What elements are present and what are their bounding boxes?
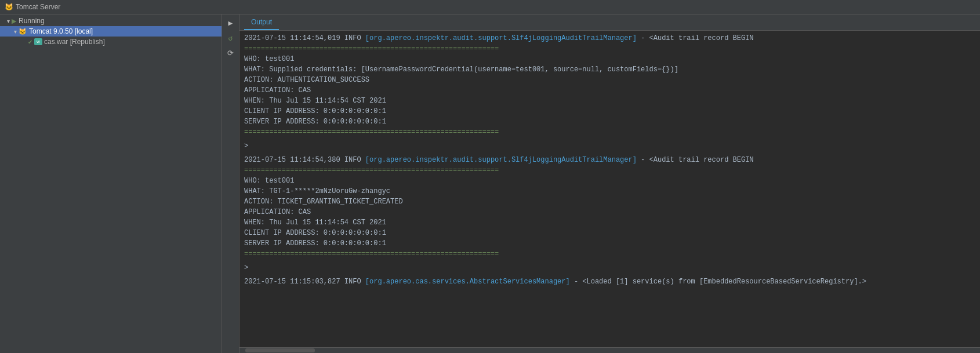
main-layout: ▾ ▶ Running ▾ 🐱 Tomcat 9.0.50 [local] ✔ … xyxy=(0,14,980,353)
output-line: SERVER IP ADDRESS: 0:0:0:0:0:0:0:1 xyxy=(244,238,975,249)
output-line: WHAT: Supplied credentials: [UsernamePas… xyxy=(244,64,975,75)
output-line: WHEN: Thu Jul 15 11:14:54 CST 2021 xyxy=(244,96,975,106)
rerun-icon: ↺ xyxy=(228,34,233,43)
green-check-icon: ✔ xyxy=(28,39,32,45)
output-line: APPLICATION: CAS xyxy=(244,85,975,96)
title-bar-text: Tomcat Server xyxy=(16,3,60,11)
output-line: 2021-07-15 11:14:54,019 INFO [org.apereo… xyxy=(244,33,975,43)
rerun-button[interactable]: ↺ xyxy=(224,32,237,45)
output-line: WHO: test001 xyxy=(244,54,975,64)
reload-button[interactable]: ⟳ xyxy=(224,47,237,60)
tomcat-label: Tomcat 9.0.50 [local] xyxy=(29,27,93,35)
output-tabs: Output xyxy=(239,14,980,31)
output-line: 2021-07-15 11:15:03,827 INFO [org.apereo… xyxy=(244,276,975,287)
tree-item-tomcat[interactable]: ▾ 🐱 Tomcat 9.0.50 [local] xyxy=(0,26,222,37)
tomcat-arrow: ▾ xyxy=(12,28,19,35)
output-line: ACTION: TICKET_GRANTING_TICKET_CREATED xyxy=(244,196,975,207)
output-line: ========================================… xyxy=(244,165,975,176)
tomcat-icon: 🐱 xyxy=(5,3,13,11)
output-content[interactable]: 2021-07-15 11:14:54,019 INFO [org.apereo… xyxy=(239,31,980,347)
output-line: CLIENT IP ADDRESS: 0:0:0:0:0:0:0:1 xyxy=(244,228,975,238)
tab-output[interactable]: Output xyxy=(244,14,279,30)
caswar-label: cas.war [Republish] xyxy=(44,38,105,46)
output-line: SERVER IP ADDRESS: 0:0:0:0:0:0:0:1 xyxy=(244,117,975,127)
output-line: WHO: test001 xyxy=(244,176,975,186)
output-line: CLIENT IP ADDRESS: 0:0:0:0:0:0:0:1 xyxy=(244,106,975,117)
output-line: ========================================… xyxy=(244,127,975,137)
tree-item-running[interactable]: ▾ ▶ Running xyxy=(0,16,222,26)
reload-icon: ⟳ xyxy=(227,49,234,58)
play-button[interactable]: ▶ xyxy=(224,17,237,30)
horizontal-scrollbar[interactable] xyxy=(239,347,980,353)
server-tree-panel: ▾ ▶ Running ▾ 🐱 Tomcat 9.0.50 [local] ✔ … xyxy=(0,14,222,353)
running-label: Running xyxy=(19,17,45,25)
output-line: > xyxy=(244,263,975,273)
war-badge: w xyxy=(34,38,42,45)
scrollbar-thumb[interactable] xyxy=(245,348,315,352)
tree-item-caswar[interactable]: ✔ w cas.war [Republish] xyxy=(0,37,222,47)
running-icon: ▶ xyxy=(12,17,16,25)
output-line: ========================================… xyxy=(244,43,975,54)
output-line: APPLICATION: CAS xyxy=(244,207,975,217)
output-line: WHEN: Thu Jul 15 11:14:54 CST 2021 xyxy=(244,217,975,228)
tomcat-icon-tree: 🐱 xyxy=(19,28,27,35)
output-line: WHAT: TGT-1-*****2mNzUoruGw-zhangyc xyxy=(244,186,975,196)
title-bar: 🐱 Tomcat Server xyxy=(0,0,980,14)
output-line: ACTION: AUTHENTICATION_SUCCESS xyxy=(244,75,975,85)
play-icon: ▶ xyxy=(228,19,233,28)
output-panel: Output 2021-07-15 11:14:54,019 INFO [org… xyxy=(239,14,980,353)
output-line: ========================================… xyxy=(244,249,975,259)
expand-arrow: ▾ xyxy=(5,18,12,24)
output-line: > xyxy=(244,141,975,151)
toolbar: ▶ ↺ ⟳ xyxy=(222,14,239,353)
output-line: 2021-07-15 11:14:54,380 INFO [org.apereo… xyxy=(244,155,975,165)
